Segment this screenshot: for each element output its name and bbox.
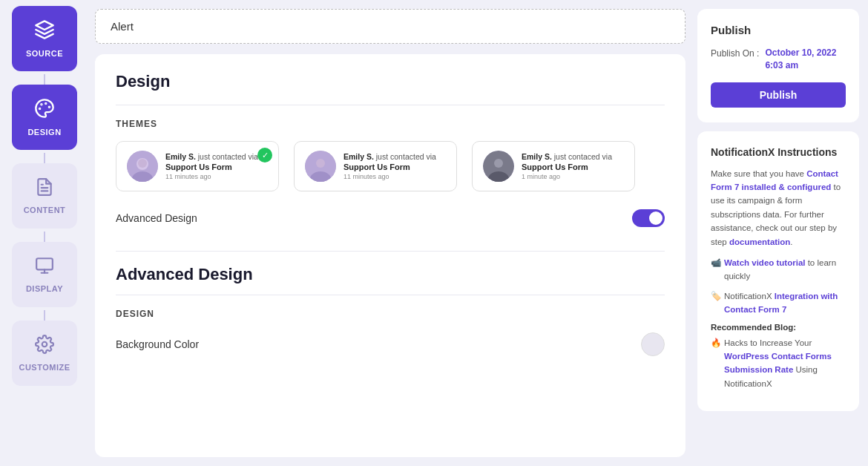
fire-icon: 🔥 <box>711 336 721 350</box>
theme-avatar-3 <box>483 151 514 182</box>
sidebar-item-display[interactable]: DISPLAY <box>12 242 77 307</box>
theme-card-2[interactable]: Emily S. just contacted via Support Us F… <box>294 141 457 191</box>
video-icon: 📹 <box>711 256 721 269</box>
theme-card-3-title: Support Us Form <box>522 163 624 171</box>
theme-card-3-time: 1 minute ago <box>522 173 624 180</box>
sidebar-item-design-label: DESIGN <box>27 128 61 137</box>
svg-marker-0 <box>36 21 53 30</box>
sidebar-item-design[interactable]: DESIGN <box>12 85 77 150</box>
bg-color-swatch[interactable] <box>641 332 665 356</box>
blog-item: 🔥 Hacks to Increase Your WordPress Conta… <box>711 336 846 391</box>
settings-icon <box>35 335 54 358</box>
bg-color-label: Background Color <box>116 338 199 350</box>
advanced-design-row: Advanced Design <box>116 209 665 227</box>
theme-card-3-name: Emily S. just contaced via <box>522 152 624 161</box>
theme-card-1-title: Support Us Form <box>165 163 268 171</box>
connector-2 <box>44 153 45 163</box>
svg-point-2 <box>49 107 50 108</box>
svg-point-1 <box>45 103 46 104</box>
svg-point-14 <box>138 159 147 168</box>
integration-icon: 🏷️ <box>711 289 721 303</box>
svg-rect-7 <box>36 258 53 269</box>
svg-point-3 <box>41 104 42 105</box>
connector-3 <box>44 232 45 242</box>
publish-card: Publish Publish On : October 10, 2022 6:… <box>697 9 859 122</box>
alert-box: Alert <box>95 9 685 44</box>
layers-icon <box>34 19 55 45</box>
theme-card-1[interactable]: Emily S. just contacted via Support Us F… <box>116 141 279 191</box>
documentation-link[interactable]: documentation <box>729 237 790 246</box>
contact-form-link[interactable]: Contact Form 7 installed & configured <box>711 169 838 191</box>
divider-3 <box>116 295 665 295</box>
instructions-card: NotificationX Instructions Make sure tha… <box>697 131 859 411</box>
video-tutorial-link[interactable]: Watch video tutorial <box>724 258 805 267</box>
instructions-title: NotificationX Instructions <box>711 146 846 158</box>
alert-label: Alert <box>111 20 134 33</box>
theme-card-1-name: Emily S. just contacted via <box>165 152 268 161</box>
design-subsection: DESIGN <box>116 309 665 319</box>
blog-link[interactable]: WordPress Contact Forms Submission Rate <box>724 352 832 374</box>
advanced-design-label: Advanced Design <box>116 212 197 224</box>
monitor-icon <box>35 256 54 280</box>
sidebar-item-source[interactable]: SOURCE <box>12 6 77 71</box>
publish-on-date: October 10, 2022 6:03 am <box>765 47 836 72</box>
theme-card-2-title: Support Us Form <box>343 163 446 171</box>
integration-link[interactable]: Integration with Contact Form 7 <box>724 292 838 314</box>
divider-1 <box>116 105 665 105</box>
theme-card-1-info: Emily S. just contacted via Support Us F… <box>165 152 268 180</box>
svg-point-17 <box>316 159 325 168</box>
integration-item: 🏷️ NotificationX Integration with Contac… <box>711 289 846 317</box>
theme-card-3[interactable]: Emily S. just contaced via Support Us Fo… <box>472 141 635 191</box>
connector-4 <box>44 310 45 321</box>
sidebar-item-content-label: CONTENT <box>24 206 66 214</box>
design-title: Design <box>116 72 665 91</box>
bg-color-row: Background Color <box>116 332 665 356</box>
sidebar-item-customize[interactable]: CUSTOMIZE <box>12 321 77 386</box>
sidebar-item-display-label: DISPLAY <box>26 284 63 293</box>
instructions-body: Make sure that you have Contact Form 7 i… <box>711 167 846 249</box>
recommended-label: Recommended Blog: <box>711 323 846 332</box>
sidebar-item-content[interactable]: CONTENT <box>12 163 77 229</box>
advanced-design-toggle[interactable] <box>632 209 665 227</box>
theme-card-2-info: Emily S. just contacted via Support Us F… <box>343 152 446 180</box>
publish-on-row: Publish On : October 10, 2022 6:03 am <box>711 47 846 72</box>
theme-card-2-time: 11 minutes ago <box>343 173 446 180</box>
advanced-design-title: Advanced Design <box>116 265 665 284</box>
svg-point-4 <box>39 108 40 109</box>
svg-point-10 <box>42 342 47 347</box>
theme-avatar-2 <box>305 151 336 182</box>
sidebar: SOURCE DESIGN <box>0 0 89 466</box>
theme-card-2-name: Emily S. just contacted via <box>343 152 446 161</box>
main-content: Alert Design THEMES <box>89 0 697 466</box>
theme-card-1-time: 11 minutes ago <box>165 173 268 180</box>
right-panel: Publish Publish On : October 10, 2022 6:… <box>697 0 868 466</box>
palette-icon <box>34 98 55 123</box>
svg-point-20 <box>494 159 503 168</box>
publish-title: Publish <box>711 24 846 36</box>
theme-checkmark-1: ✓ <box>257 148 272 163</box>
content-panel: Design THEMES <box>95 54 685 457</box>
themes-label: THEMES <box>116 119 665 129</box>
publish-button[interactable]: Publish <box>711 82 846 108</box>
file-text-icon <box>35 177 54 201</box>
connector-1 <box>44 74 45 85</box>
theme-avatar-1 <box>127 151 158 182</box>
divider-2 <box>116 251 665 252</box>
publish-on-label: Publish On : <box>711 47 759 59</box>
themes-row: Emily S. just contacted via Support Us F… <box>116 141 665 191</box>
video-tutorial-item: 📹 Watch video tutorial to learn quickly <box>711 256 846 283</box>
sidebar-item-source-label: SOURCE <box>26 49 63 58</box>
sidebar-item-customize-label: CUSTOMIZE <box>19 363 70 372</box>
theme-card-3-info: Emily S. just contaced via Support Us Fo… <box>522 152 624 180</box>
